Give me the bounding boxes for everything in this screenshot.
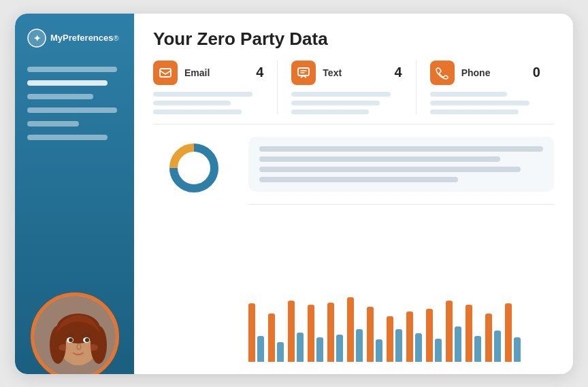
email-line-2 [153, 101, 231, 105]
phone-line-3 [430, 110, 519, 114]
bar-group-8 [406, 312, 422, 362]
avatar [31, 292, 119, 374]
nav-item-3[interactable] [27, 94, 93, 99]
svg-rect-16 [298, 68, 309, 75]
right-section [248, 137, 554, 362]
bar-group-6 [367, 307, 382, 362]
metric-text: Text 4 [291, 61, 416, 114]
bar-orange-13 [505, 303, 512, 362]
bar-orange-0 [248, 303, 255, 362]
phone-icon [430, 61, 455, 85]
bar-group-3 [308, 305, 323, 362]
email-count: 4 [256, 65, 263, 80]
bar-blue-6 [376, 339, 382, 362]
bar-orange-2 [288, 301, 295, 362]
svg-point-14 [87, 344, 98, 351]
bar-blue-10 [455, 326, 461, 362]
bar-orange-7 [387, 316, 393, 362]
content-line-1 [259, 146, 543, 152]
email-icon [153, 61, 178, 85]
content-line-3 [259, 167, 521, 172]
bar-blue-0 [257, 336, 264, 362]
text-line-1 [291, 92, 391, 97]
svg-point-11 [69, 338, 73, 342]
bar-orange-6 [367, 307, 374, 362]
content-line-4 [259, 177, 458, 182]
bar-orange-8 [406, 312, 413, 362]
bar-orange-3 [308, 305, 314, 362]
bar-orange-11 [466, 305, 472, 362]
bar-group-2 [288, 301, 304, 362]
metric-phone-header: Phone 0 [430, 61, 540, 85]
email-line-3 [153, 110, 242, 114]
metric-text-header: Text 4 [291, 61, 402, 85]
bar-chart [248, 204, 554, 362]
text-line-3 [291, 110, 369, 114]
logo: ✦ MyPreferences® [27, 29, 119, 48]
text-lines-block [248, 137, 554, 192]
bar-blue-4 [336, 335, 343, 362]
email-lines [153, 92, 263, 114]
bar-blue-3 [316, 337, 323, 362]
svg-point-19 [180, 154, 208, 182]
sidebar-nav [27, 67, 122, 140]
phone-line-1 [430, 92, 508, 97]
metrics-row: Email 4 [153, 61, 554, 124]
bar-group-12 [485, 314, 501, 362]
bar-blue-12 [494, 331, 501, 362]
phone-count: 0 [533, 65, 540, 80]
metric-email: Email 4 [153, 61, 278, 114]
email-line-1 [153, 92, 252, 97]
bar-orange-10 [446, 301, 453, 362]
text-label: Text [323, 67, 342, 78]
page-title: Your Zero Party Data [153, 29, 554, 50]
main-card: ✦ MyPreferences® [15, 14, 573, 374]
bar-orange-9 [426, 309, 433, 362]
svg-text:✦: ✦ [33, 33, 41, 44]
svg-rect-15 [160, 69, 171, 77]
bar-orange-5 [347, 297, 354, 362]
bar-group-10 [446, 301, 461, 362]
main-content: Your Zero Party Data Email 4 [134, 14, 573, 374]
text-line-2 [291, 101, 380, 105]
bar-blue-5 [356, 329, 363, 362]
metric-email-header: Email 4 [153, 61, 263, 85]
donut-chart [167, 141, 221, 195]
bar-group-5 [347, 297, 363, 362]
nav-item-5[interactable] [27, 121, 79, 127]
bar-orange-12 [485, 314, 492, 362]
metric-phone: Phone 0 [430, 61, 554, 114]
bar-blue-2 [297, 333, 304, 362]
bar-group-13 [505, 303, 521, 362]
text-count: 4 [395, 65, 402, 80]
avatar-image [34, 296, 119, 374]
sidebar: ✦ MyPreferences® [15, 14, 134, 374]
bar-group-4 [327, 303, 343, 362]
phone-lines [430, 92, 540, 114]
nav-item-1[interactable] [27, 67, 117, 72]
nav-item-2[interactable] [27, 80, 108, 86]
phone-line-2 [430, 101, 529, 105]
svg-point-12 [85, 338, 89, 342]
bar-group-9 [426, 309, 442, 362]
bar-group-0 [248, 303, 264, 362]
nav-item-6[interactable] [27, 135, 108, 140]
logo-trademark: ® [114, 34, 119, 42]
nav-item-4[interactable] [27, 107, 117, 113]
bar-blue-11 [474, 336, 481, 362]
bar-blue-13 [514, 337, 521, 362]
content-line-2 [259, 156, 500, 162]
bar-group-7 [387, 316, 402, 362]
bar-orange-4 [327, 303, 334, 362]
bar-blue-9 [435, 339, 442, 362]
bar-group-11 [466, 305, 481, 362]
bar-group-1 [268, 314, 284, 362]
text-lines [291, 92, 402, 114]
bar-blue-8 [415, 333, 422, 362]
donut-section [153, 137, 235, 362]
phone-label: Phone [461, 67, 491, 78]
email-label: Email [184, 67, 210, 78]
svg-point-13 [59, 344, 69, 351]
bar-blue-1 [277, 342, 284, 362]
logo-icon: ✦ [27, 29, 46, 48]
